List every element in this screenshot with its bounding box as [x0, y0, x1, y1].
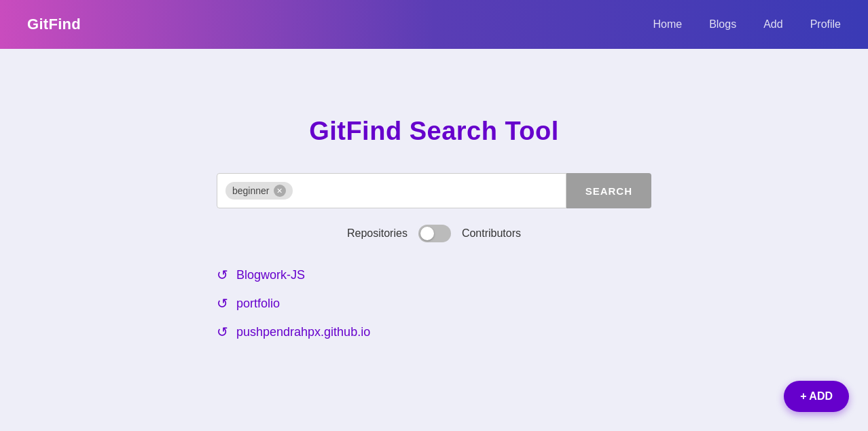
list-item[interactable]: ↺ pushpendrahpx.github.io	[217, 324, 651, 340]
search-tag-chip: beginner ✕	[225, 182, 293, 200]
result-icon-2: ↺	[217, 295, 228, 312]
nav-blogs[interactable]: Blogs	[709, 18, 736, 31]
toggle-right-label: Contributors	[462, 227, 521, 240]
page-title: GitFind Search Tool	[309, 117, 559, 146]
search-tag-close[interactable]: ✕	[274, 185, 286, 197]
toggle-track	[418, 225, 451, 242]
search-button[interactable]: SEARCH	[566, 173, 651, 208]
list-item[interactable]: ↺ portfolio	[217, 295, 651, 312]
toggle-row: Repositories Contributors	[347, 225, 521, 242]
results-list: ↺ Blogwork-JS ↺ portfolio ↺ pushpendrahp…	[217, 267, 651, 340]
nav-profile[interactable]: Profile	[810, 18, 841, 31]
toggle-thumb	[420, 227, 434, 240]
search-tag-label: beginner	[232, 185, 270, 196]
result-icon-3: ↺	[217, 324, 228, 340]
main-content: GitFind Search Tool beginner ✕ SEARCH Re…	[0, 49, 868, 340]
nav-links: Home Blogs Add Profile	[653, 18, 841, 31]
search-input[interactable]	[298, 185, 558, 197]
search-container: beginner ✕ SEARCH	[217, 173, 651, 208]
list-item[interactable]: ↺ Blogwork-JS	[217, 267, 651, 283]
app-brand[interactable]: GitFind	[27, 16, 81, 33]
result-link-3[interactable]: pushpendrahpx.github.io	[236, 325, 370, 339]
toggle-left-label: Repositories	[347, 227, 408, 240]
nav-home[interactable]: Home	[653, 18, 682, 31]
nav-add[interactable]: Add	[763, 18, 782, 31]
result-link-1[interactable]: Blogwork-JS	[236, 268, 305, 282]
search-input-wrapper[interactable]: beginner ✕	[217, 173, 566, 208]
result-icon-1: ↺	[217, 267, 228, 283]
toggle-switch[interactable]	[418, 225, 451, 242]
navbar: GitFind Home Blogs Add Profile	[0, 0, 868, 49]
fab-add-button[interactable]: + ADD	[784, 381, 849, 412]
result-link-2[interactable]: portfolio	[236, 297, 280, 311]
